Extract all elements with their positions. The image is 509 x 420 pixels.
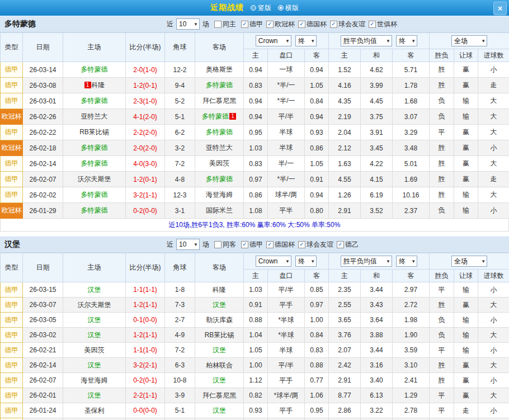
match-score: 4-0(3-0) [126,156,165,172]
league-filter-group: ✓德甲✓德国杯✓球会友谊✓德乙 [238,240,359,249]
near-label: 近 [167,240,173,249]
odds-time-select[interactable]: 终▼ [295,35,317,46]
euro-away-odds: 3.48 [393,140,430,156]
filter-controls: 近 10 ▼ 场 同主 ✓德甲✓欧冠杯✓德国杯✓球会友谊✓世俱杯 [167,18,397,30]
same-venue-checkbox[interactable]: 同主 [214,20,236,29]
euro-time-select[interactable]: 终▼ [396,35,417,46]
result-handicap: 赢 [454,78,478,93]
home-team: 多特蒙德 [63,140,126,156]
team-name-text: 国际米兰 [206,206,233,214]
league-filter-checkbox[interactable]: ✓德国杯 [298,20,327,29]
asian-away-odds: 1.06 [305,388,329,403]
radio-horizontal-layout[interactable]: 横版 [278,3,299,13]
scope-select[interactable]: 全场▼ [451,35,487,46]
result-goals: 小 [478,373,509,388]
home-team: 美因茨 [63,343,126,358]
euro-draw-odds: 3.45 [361,140,393,156]
team-name-text: RB莱比锡 [205,331,234,339]
away-team: 汉堡 [195,343,244,358]
asian-away-odds: 0.94 [305,109,329,125]
corner-count: 2-5 [165,418,195,420]
close-icon[interactable]: × [493,2,507,15]
match-score: 4-1(2-0) [126,109,165,125]
titlebar-group: 近期战绩 竖版 横版 [210,3,299,13]
chevron-down-icon: ▼ [310,259,315,264]
team-name-text: 汉堡 [213,301,226,309]
scope-select[interactable]: 全场▼ [451,256,487,267]
league-filter-checkbox[interactable]: ✓世俱杯 [369,20,397,29]
home-team: 亚特兰大 [63,109,126,125]
team-name-text: 亚特兰大 [206,144,233,152]
match-row: 德甲26-02-02多特蒙德3-2(1-1)12-3海登海姆0.86球半/两0.… [1,187,509,203]
euro-home-odds: 2.91 [329,373,361,388]
games-count-select[interactable]: 10 ▼ [176,18,200,30]
scope-header: 全场▼ [430,33,509,49]
asian-handicap: 平手 [268,373,305,388]
away-team: 国际米兰 [195,203,244,219]
euro-home-odds: 2.35 [329,282,361,298]
match-date: 26-02-26 [23,109,63,125]
match-score: 0-0(0-0) [126,418,165,420]
league-filter-checkbox[interactable]: ✓球会友谊 [330,20,365,29]
euro-home-odds: 2.07 [329,343,361,358]
euro-draw-odds: 3.99 [361,78,393,93]
match-row: 德甲26-03-05汉堡0-1(0-0)2-7勒沃库森0.88*半球1.003.… [1,313,509,328]
col-date: 日期 [23,33,63,62]
match-score: 1-1(1-1) [126,282,165,298]
col-asian-away: 客 [305,270,329,282]
league-tag: 德甲 [1,313,23,328]
asian-home-odds: 0.80 [244,418,268,420]
result-handicap: 走 [454,403,478,418]
wdl-average-select[interactable]: 胜平负均值▼ [341,256,392,267]
col-euro-away: 客 [393,49,430,62]
team-name-text: 美因茨 [209,159,229,167]
match-row: 德甲26-02-14多特蒙德4-0(3-0)7-2美因茨0.83半/一1.051… [1,156,509,172]
team-name-text: 多特蒙德 [81,97,108,105]
result-winlose: 负 [430,328,454,343]
league-filter-checkbox[interactable]: ✓德国杯 [266,240,295,249]
asian-home-odds: 0.91 [244,298,268,313]
odds-provider-select[interactable]: Crown▼ [256,35,291,46]
filter-controls: 近 10 ▼ 场 同客 ✓德甲✓德国杯✓球会友谊✓德乙 [167,239,359,250]
result-handicap: 输 [454,282,478,298]
league-filter-checkbox[interactable]: ✓德甲 [241,20,263,29]
league-tag: 德甲 [1,156,23,172]
odds-time-select[interactable]: 终▼ [295,256,317,267]
asian-handicap: 平半 [268,203,305,219]
odds-provider-select[interactable]: Crown▼ [256,256,291,267]
chevron-down-icon: ▼ [285,39,290,44]
corner-count: 3-1 [165,203,195,219]
euro-time-select[interactable]: 终▼ [396,256,417,267]
euro-away-odds: 3.10 [393,358,430,373]
league-filter-checkbox[interactable]: ✓德甲 [241,240,263,249]
league-tag: 德甲 [1,62,23,78]
home-team: 汉堡 [63,328,126,343]
euro-home-odds: 1.63 [329,156,361,172]
asian-away-odds: 1.00 [305,313,329,328]
result-goals: 走 [478,78,509,93]
euro-draw-odds: 3.44 [361,343,393,358]
odds-time-value: 终 [298,36,305,46]
result-goals: 大 [478,125,509,140]
same-venue-checkbox[interactable]: 同客 [214,240,236,249]
games-count-select[interactable]: 10 ▼ [176,239,200,250]
result-goals: 大 [478,298,509,313]
euro-away-odds: 2.41 [393,373,430,388]
result-winlose: 胜 [430,298,454,313]
league-tag: 德甲 [1,418,23,420]
euro-away-odds: 3.59 [393,343,430,358]
league-filter-checkbox[interactable]: ✓欧冠杯 [266,20,295,29]
result-winlose: 平 [430,388,454,403]
home-team: 汉堡 [63,282,126,298]
col-asian-away: 客 [305,49,329,62]
league-filter-checkbox[interactable]: ✓球会友谊 [298,240,333,249]
wdl-average-value: 胜平负均值 [343,257,377,266]
match-date: 26-02-07 [23,373,63,388]
wdl-average-select[interactable]: 胜平负均值▼ [341,35,392,46]
league-filter-checkbox[interactable]: ✓德乙 [337,240,359,249]
result-winlose: 平 [430,125,454,140]
euro-away-odds: 2.89 [393,418,430,420]
radio-vertical-layout[interactable]: 竖版 [251,3,271,13]
match-row: 德甲26-03-02汉堡1-2(1-1)4-9RB莱比锡1.04*半球0.843… [1,328,509,343]
col-euro-away: 客 [393,270,430,282]
